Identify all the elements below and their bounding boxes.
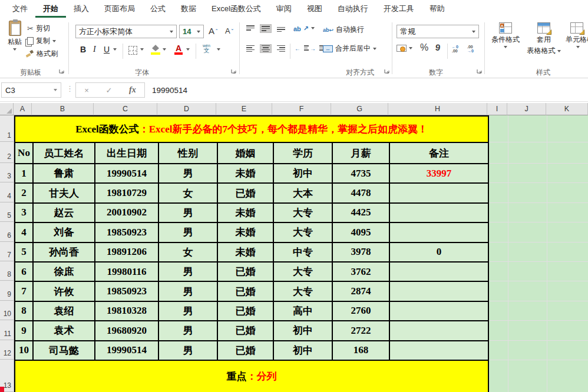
cell-birth[interactable]: 19891206 — [95, 242, 158, 262]
cell-marriage[interactable]: 已婚 — [217, 262, 273, 281]
cell-gender[interactable]: 男 — [158, 262, 217, 281]
cell-remark[interactable] — [389, 301, 488, 321]
cell-birth[interactable]: 20010902 — [95, 203, 158, 222]
cell-no[interactable]: 5 — [15, 242, 33, 262]
menu-tab-公式[interactable]: 公式 — [143, 0, 173, 18]
row-header-1[interactable]: 1 — [0, 115, 14, 142]
accounting-format-button[interactable] — [397, 45, 412, 52]
number-format-select[interactable]: 常规 — [397, 25, 479, 38]
menu-tab-数据[interactable]: 数据 — [173, 0, 204, 18]
phonetic-guide-button[interactable]: wén文 — [203, 44, 210, 53]
menu-tab-帮助[interactable]: 帮助 — [422, 0, 452, 18]
cell-gender[interactable]: 男 — [158, 301, 217, 321]
row-header-7[interactable]: 7 — [0, 242, 14, 261]
cell-marriage[interactable]: 未婚 — [217, 222, 273, 242]
cell-name[interactable]: 司马懿 — [33, 341, 95, 360]
name-box-dropdown-icon[interactable] — [54, 89, 57, 91]
fill-color-button[interactable] — [151, 45, 160, 54]
alignment-dialog-launcher[interactable] — [384, 69, 391, 75]
decrease-decimal-button[interactable]: .00→0 — [467, 45, 474, 53]
cell-remark[interactable] — [389, 262, 488, 281]
row-header-12[interactable]: 12 — [0, 340, 14, 360]
cut-button[interactable]: ✂ 剪切 — [27, 24, 50, 34]
column-header-K[interactable]: K — [546, 103, 588, 115]
cell-styles-button[interactable]: 单元格样式 — [566, 22, 588, 48]
increase-decimal-button[interactable]: ←0.00 — [452, 45, 458, 53]
cell-gender[interactable]: 男 — [158, 203, 217, 222]
cell-name[interactable]: 徐庶 — [33, 262, 95, 281]
cell-salary[interactable]: 2722 — [332, 321, 389, 340]
font-color-dropdown-icon[interactable] — [186, 48, 190, 51]
cell-name[interactable]: 赵云 — [33, 203, 95, 222]
font-size-select[interactable]: 14 — [179, 25, 204, 38]
cell-gender[interactable]: 女 — [158, 183, 217, 202]
cancel-icon[interactable]: × — [84, 86, 89, 95]
cell-salary[interactable]: 3762 — [332, 262, 389, 281]
cell-no[interactable]: 1 — [15, 164, 33, 183]
cell-edu[interactable]: 初中 — [273, 341, 332, 360]
column-header-E[interactable]: E — [216, 103, 272, 115]
font-dialog-launcher[interactable] — [231, 69, 237, 75]
phonetic-dropdown-icon[interactable] — [217, 48, 220, 51]
clipboard-dialog-launcher[interactable] — [59, 69, 65, 75]
cell-styles-dropdown-icon[interactable] — [576, 46, 580, 48]
top-banner-cell[interactable]: Excel函数公式：Excel新手必备的7个技巧，每个都是精华，掌握之后如虎添翼… — [15, 116, 488, 142]
merge-center-button[interactable]: ↔ 合并后居中 — [323, 44, 376, 54]
row-header-11[interactable]: 11 — [0, 320, 14, 340]
cell-birth[interactable]: 19810729 — [95, 183, 158, 202]
conditional-formatting-button[interactable]: 条件格式 — [490, 22, 521, 48]
menu-tab-Excel函数公式[interactable]: Excel函数公式 — [204, 0, 269, 18]
cell-birth[interactable]: 19680920 — [95, 321, 158, 340]
menu-tab-自动执行[interactable]: 自动执行 — [330, 0, 376, 18]
cell-edu[interactable]: 大专 — [273, 222, 332, 242]
copy-button[interactable]: 复制 — [25, 36, 56, 46]
cell-marriage[interactable]: 已婚 — [217, 341, 273, 360]
conditional-dropdown-icon[interactable] — [504, 46, 507, 48]
cell-gender[interactable]: 男 — [158, 341, 217, 360]
cell-no[interactable]: 7 — [15, 281, 33, 301]
cell-marriage[interactable]: 已婚 — [217, 183, 273, 202]
cell-birth[interactable]: 19850923 — [95, 281, 158, 301]
cell-salary[interactable]: 168 — [332, 341, 389, 360]
align-center-button[interactable] — [260, 45, 271, 52]
column-title-备注[interactable]: 备注 — [389, 142, 488, 164]
cell-edu[interactable]: 初中 — [273, 321, 332, 340]
row-header-5[interactable]: 5 — [0, 202, 14, 222]
borders-button[interactable] — [128, 46, 137, 55]
align-left-button[interactable] — [245, 45, 256, 52]
column-header-H[interactable]: H — [388, 103, 487, 115]
cell-remark[interactable]: 0 — [389, 242, 488, 262]
font-name-select[interactable]: 方正小标宋简体 — [75, 25, 177, 38]
cell-no[interactable]: 2 — [15, 183, 33, 202]
formula-input[interactable]: 19990514 — [152, 78, 187, 102]
column-header-C[interactable]: C — [94, 103, 157, 115]
cell-edu[interactable]: 大专 — [273, 203, 332, 222]
cell-remark[interactable] — [389, 203, 488, 222]
column-header-A[interactable]: A — [14, 103, 32, 115]
column-header-J[interactable]: J — [507, 103, 546, 115]
row-header-2[interactable]: 2 — [0, 142, 14, 163]
column-title-员工姓名[interactable]: 员工姓名 — [33, 142, 95, 164]
cell-name[interactable]: 孙尚香 — [33, 242, 95, 262]
column-title-No[interactable]: No — [15, 142, 33, 164]
underline-dropdown-icon[interactable] — [113, 48, 117, 51]
cell-no[interactable]: 10 — [15, 341, 33, 360]
cell-gender[interactable]: 男 — [158, 222, 217, 242]
cell-name[interactable]: 袁绍 — [33, 301, 95, 321]
menu-tab-审阅[interactable]: 审阅 — [269, 0, 299, 18]
insert-function-icon[interactable]: fx — [129, 85, 136, 95]
number-dialog-launcher[interactable] — [477, 69, 483, 75]
menu-tab-视图[interactable]: 视图 — [299, 0, 330, 18]
cell-edu[interactable]: 初中 — [273, 164, 332, 183]
percent-style-button[interactable]: % — [420, 42, 428, 53]
align-middle-button[interactable] — [260, 25, 271, 32]
font-color-button[interactable]: A — [174, 44, 183, 54]
column-title-出生日期[interactable]: 出生日期 — [95, 142, 158, 164]
cell-edu[interactable]: 大专 — [273, 281, 332, 301]
cell-salary[interactable]: 2760 — [332, 301, 389, 321]
cell-remark[interactable] — [389, 222, 488, 242]
align-right-button[interactable] — [276, 45, 286, 52]
row-header-8[interactable]: 8 — [0, 261, 14, 281]
cell-remark[interactable] — [389, 281, 488, 301]
cell-birth[interactable]: 19990514 — [95, 341, 158, 360]
